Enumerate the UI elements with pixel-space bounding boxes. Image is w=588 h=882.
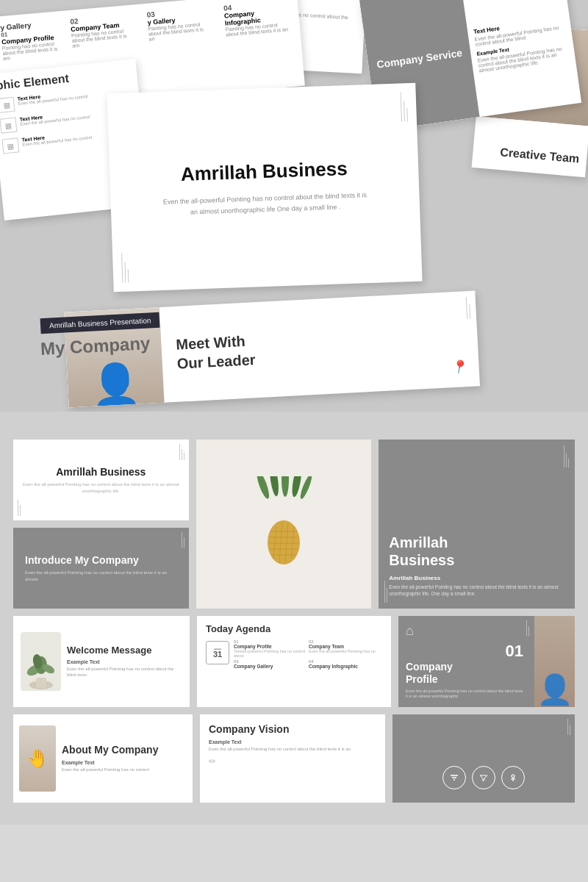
graphic-icon-2: ▦ (0, 118, 18, 134)
agenda-item1-label: Company Profile (234, 644, 307, 649)
agenda-items: 01 Company Profile Text/all-powerful Poi… (234, 639, 382, 669)
main-center-slide: Amrillah Business Even the all-powerful … (107, 83, 422, 292)
deco-lines-mini1 (179, 444, 184, 460)
filter-icon-3 (501, 766, 525, 789)
agenda-slide: Today Agenda ▬▬ 31 01 Company Profile Te… (197, 616, 391, 707)
introduce-body: Even the all-powerful Pointing has no co… (25, 570, 177, 582)
separator (0, 412, 588, 425)
deco-lines-dark (564, 445, 569, 467)
vision-title: Company Vision (209, 723, 376, 736)
welcome-body: Even the all-powerful Pointing has no co… (67, 666, 182, 678)
main-subtitle: Even the all-powerful Pointing has no co… (162, 190, 368, 218)
profile-person-icon: 👤 (537, 673, 573, 707)
about-text: About My Company Example Text Even the a… (62, 744, 187, 772)
welcome-slide: Welcome Message Example Text Even the al… (13, 616, 190, 707)
graphic-icon-1: ▦ (0, 97, 15, 113)
pineapple-slide (196, 440, 372, 609)
amrillah-dark-title: AmrillahBusiness (389, 534, 564, 569)
amrillah-white-slide: Amrillah Business Even the all-powerful … (13, 440, 189, 520)
deco-lines-service (567, 719, 570, 735)
creative-title: Creative Team (500, 145, 580, 166)
vision-example: Example Text (209, 739, 376, 745)
calendar-date: 31 (213, 650, 222, 659)
svg-point-2 (282, 476, 289, 497)
graphic-icon-3: ▦ (1, 137, 19, 154)
grid-row-1: Amrillah Business Even the all-powerful … (13, 440, 575, 609)
grid-row-3: 🤚 About My Company Example Text Even the… (13, 714, 575, 803)
profile-body-badge: Even the all-powerful Pointing has no co… (406, 689, 523, 700)
agenda-item1-text: Text/all-powerful Pointing has no contro… (234, 649, 307, 658)
deco-lines-mini1-bl (18, 500, 21, 516)
pineapple-svg (254, 476, 313, 572)
svg-point-0 (254, 476, 271, 500)
grid-row-2: Welcome Message Example Text Even the al… (13, 616, 575, 707)
main-title: Amrillah Business (180, 157, 348, 186)
leader-person-icon: 👤 (89, 359, 142, 407)
welcome-title: Welcome Message (67, 645, 182, 656)
deco-lines-main (401, 92, 408, 121)
deco-lines-intro (182, 532, 184, 548)
introduce-slide: Introduce My Company Even the all-powerf… (13, 528, 189, 609)
leader-title: Meet WithOur Leader (176, 322, 424, 373)
edit-icon: ✏ (209, 756, 376, 767)
icon-circles (400, 766, 567, 789)
dark-body: Even the all-powerful Pointing has no co… (389, 584, 564, 597)
top-section: y Gallery 01 Company Profile Pointing ha… (0, 0, 588, 412)
dark-example: Amrillah Business (389, 575, 564, 581)
about-slide: 🤚 About My Company Example Text Even the… (13, 714, 193, 803)
about-title: About My Company (62, 744, 187, 756)
plant-svg (23, 639, 60, 691)
welcome-text: Welcome Message Example Text Even the al… (67, 645, 182, 678)
leader-pin-area: 📍 (435, 290, 480, 388)
svg-rect-16 (36, 678, 46, 688)
service-icons-slide (392, 714, 575, 803)
svg-point-5 (268, 520, 300, 564)
introduce-title: Introduce My Company (25, 554, 177, 566)
agenda-item2-label: Company Team (309, 644, 382, 649)
leader-text: Meet WithOur Leader (159, 293, 440, 403)
bottom-section: Amrillah Business Even the all-powerful … (0, 425, 588, 825)
amrillah-dark-slide: AmrillahBusiness Amrillah Business Even … (379, 440, 575, 609)
service-title: Company Service (376, 47, 463, 71)
welcome-example: Example Text (67, 659, 182, 664)
vision-slide: Company Vision Example Text Even the all… (200, 714, 385, 803)
profile-num-badge: 01 (406, 642, 523, 661)
deco-lines-main-bl (121, 254, 129, 283)
agenda-item2-text: Even the all-powerful Pointing has no (309, 649, 382, 653)
amrillah-white-title: Amrillah Business (56, 466, 146, 478)
about-example: Example Text (62, 760, 187, 765)
filter-icon-1 (442, 766, 466, 789)
amrillah-white-subtitle: Even the all-powerful Pointing has no co… (21, 481, 182, 494)
deco-lines-dark-bl (384, 581, 387, 603)
col-1: Amrillah Business Even the all-powerful … (13, 440, 189, 609)
filter-icon-2 (472, 766, 495, 789)
calendar-icon: ▬▬ 31 (206, 641, 229, 664)
agenda-item4-label: Company Infographic (309, 664, 382, 669)
about-image: 🤚 (19, 725, 56, 792)
profile-title-badge: CompanyProfile (406, 661, 523, 686)
about-body: Even the all-powerful Pointing has no co… (62, 767, 187, 772)
svg-point-1 (268, 476, 280, 497)
pin-icon: 📍 (450, 358, 469, 377)
vision-body: Even the all-powerful Pointing has no co… (209, 746, 376, 752)
agenda-title: Today Agenda (206, 623, 382, 635)
deco-lines-profile (526, 620, 529, 637)
agenda-item3-label: Company Gallery (234, 664, 307, 669)
plant-image (21, 632, 61, 691)
svg-point-24 (512, 775, 514, 778)
company-profile-slide: 👤 ⌂ 01 CompanyProfile Even the all-power… (398, 616, 575, 707)
profile-person: 👤 (534, 616, 575, 707)
